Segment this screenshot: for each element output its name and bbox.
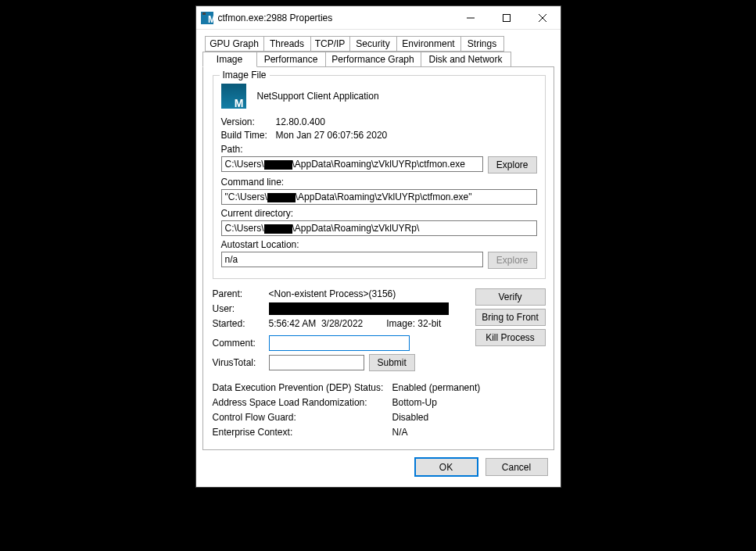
app-description: NetSupport Client Application xyxy=(257,91,379,102)
comment-input[interactable] xyxy=(269,335,410,351)
curdir-label: Current directory: xyxy=(221,208,537,219)
explore-autostart-button: Explore xyxy=(488,252,537,269)
kill-process-button[interactable]: Kill Process xyxy=(475,329,546,346)
bring-to-front-button[interactable]: Bring to Front xyxy=(475,309,546,326)
aslr-label: Address Space Load Randomization: xyxy=(213,397,392,408)
image-file-group: Image File NetSupport Client Application… xyxy=(213,75,546,279)
redacted-text xyxy=(264,160,292,170)
started-label: Started: xyxy=(213,318,269,329)
comment-label: Comment: xyxy=(213,338,269,349)
tab-row-back: GPU Graph Threads TCP/IP Security Enviro… xyxy=(205,36,554,52)
cmdline-label: Command line: xyxy=(221,177,537,188)
started-date: 3/28/2022 xyxy=(321,318,363,329)
verify-button[interactable]: Verify xyxy=(475,288,546,306)
svg-rect-4 xyxy=(503,14,510,21)
autostart-label: Autostart Location: xyxy=(221,239,537,250)
dep-value: Enabled (permanent) xyxy=(392,382,481,393)
virustotal-label: VirusTotal: xyxy=(213,357,269,368)
tab-tcpip[interactable]: TCP/IP xyxy=(311,36,350,52)
properties-window: M ctfmon.exe:2988 Properties GPU Graph T… xyxy=(195,5,561,488)
cfg-label: Control Flow Guard: xyxy=(213,412,392,423)
ok-button[interactable]: OK xyxy=(415,458,478,476)
window-title: ctfmon.exe:2988 Properties xyxy=(218,13,453,23)
tab-strings[interactable]: Strings xyxy=(461,36,504,52)
virustotal-input[interactable] xyxy=(269,355,364,370)
version-value: 12.80.0.400 xyxy=(276,116,325,127)
version-label: Version: xyxy=(221,116,276,127)
started-time: 5:56:42 AM xyxy=(269,318,317,329)
redacted-user xyxy=(269,302,449,315)
minimize-button[interactable] xyxy=(453,6,489,30)
tab-disk-network[interactable]: Disk and Network xyxy=(421,52,511,66)
explore-path-button[interactable]: Explore xyxy=(488,156,537,174)
enterprise-value: N/A xyxy=(392,427,408,438)
cfg-value: Disabled xyxy=(392,412,429,423)
tab-row-front: Image Performance Performance Graph Disk… xyxy=(202,52,554,66)
redacted-text xyxy=(267,193,296,202)
imagebits-value: 32-bit xyxy=(417,318,441,329)
tab-threads[interactable]: Threads xyxy=(264,36,311,52)
maximize-button[interactable] xyxy=(489,6,525,30)
tab-gpu-graph[interactable]: GPU Graph xyxy=(205,36,264,52)
dep-label: Data Execution Prevention (DEP) Status: xyxy=(213,382,392,393)
close-button[interactable] xyxy=(525,6,561,30)
tab-environment[interactable]: Environment xyxy=(397,36,461,52)
autostart-field[interactable]: n/a xyxy=(221,252,483,267)
user-label: User: xyxy=(213,303,269,314)
svg-rect-1 xyxy=(202,13,206,15)
tab-performance[interactable]: Performance xyxy=(257,52,326,66)
submit-button[interactable]: Submit xyxy=(369,354,415,371)
parent-label: Parent: xyxy=(213,288,269,299)
enterprise-label: Enterprise Context: xyxy=(213,427,392,438)
app-icon: M xyxy=(201,12,213,24)
tab-performance-graph[interactable]: Performance Graph xyxy=(326,52,421,66)
buildtime-value: Mon Jan 27 06:07:56 2020 xyxy=(276,130,388,141)
curdir-field[interactable]: C:\Users\\AppData\Roaming\zVklUYRp\ xyxy=(221,220,537,236)
cmdline-field[interactable]: "C:\Users\\AppData\Roaming\zVklUYRp\ctfm… xyxy=(221,189,537,205)
aslr-value: Bottom-Up xyxy=(392,397,437,408)
image-file-title: Image File xyxy=(220,70,270,81)
parent-value: <Non-existent Process>(3156) xyxy=(269,288,468,299)
tab-image[interactable]: Image xyxy=(202,52,257,67)
redacted-text xyxy=(264,224,292,234)
imagebits-label: Image: xyxy=(386,318,415,329)
executable-icon xyxy=(221,84,246,109)
tab-panel-image: Image File NetSupport Client Application… xyxy=(202,66,554,450)
svg-text:M: M xyxy=(208,14,213,24)
path-field[interactable]: C:\Users\\AppData\Roaming\zVklUYRp\ctfmo… xyxy=(221,156,483,172)
buildtime-label: Build Time: xyxy=(221,130,276,141)
tab-security[interactable]: Security xyxy=(350,36,397,52)
path-label: Path: xyxy=(221,144,537,155)
titlebar[interactable]: M ctfmon.exe:2988 Properties xyxy=(196,6,561,30)
cancel-button[interactable]: Cancel xyxy=(485,458,548,476)
